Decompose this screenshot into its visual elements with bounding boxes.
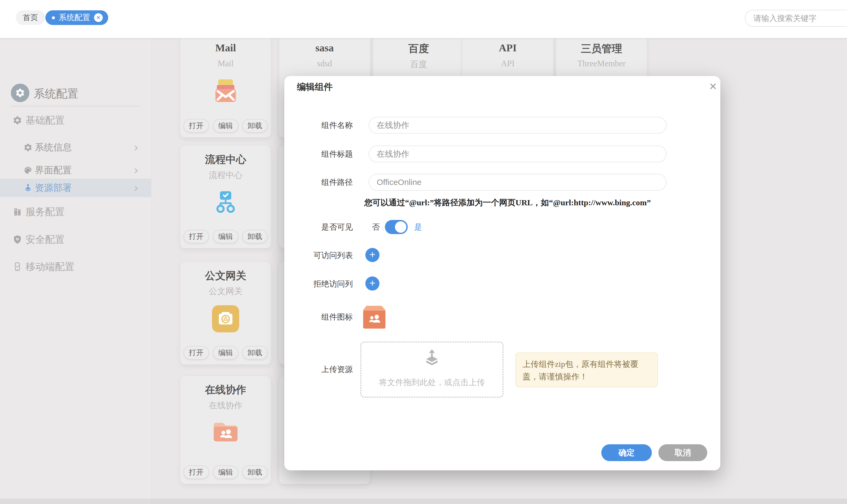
sidebar-item-security-config[interactable]: 安全配置 bbox=[0, 230, 151, 249]
confirm-button[interactable]: 确定 bbox=[601, 444, 652, 461]
close-tab-icon[interactable] bbox=[94, 13, 103, 22]
mobile-icon bbox=[13, 262, 22, 272]
shield-icon bbox=[13, 235, 22, 245]
search-input[interactable] bbox=[745, 10, 847, 26]
sidebar-item-basic-config[interactable]: 基础配置 bbox=[0, 111, 151, 129]
field-label-access-list: 可访问列表 bbox=[284, 250, 353, 261]
card-action-button[interactable]: 卸载 bbox=[242, 346, 268, 360]
divider bbox=[10, 106, 140, 106]
path-hint: 您可以通过“@url:”将路径添加为一个网页URL，如“@url:http://… bbox=[364, 197, 651, 208]
card-action-button[interactable]: 卸载 bbox=[242, 465, 268, 479]
sidebar-item-resource-deploy[interactable]: 资源部署 bbox=[0, 179, 151, 197]
card-subtitle: sdsd bbox=[279, 59, 370, 68]
toggle-off-label: 否 bbox=[372, 221, 380, 232]
folder-people-icon bbox=[360, 304, 388, 330]
system-config-logo bbox=[11, 84, 29, 102]
card-action-button[interactable]: 编辑 bbox=[213, 230, 238, 243]
card-title: 公文网关 bbox=[180, 269, 271, 283]
mail-icon bbox=[180, 78, 271, 105]
upload-warning: 上传组件zip包，原有组件将被覆盖，请谨慎操作！ bbox=[515, 353, 658, 387]
component-icon-preview[interactable] bbox=[360, 304, 388, 330]
card-action-button[interactable]: 打开 bbox=[184, 465, 209, 479]
component-title-input[interactable] bbox=[368, 146, 667, 162]
component-card: MailMail打开编辑卸载 bbox=[180, 35, 271, 138]
card-action-button[interactable]: 编辑 bbox=[213, 346, 238, 360]
card-title: 三员管理 bbox=[556, 42, 647, 56]
card-title: 流程中心 bbox=[180, 152, 271, 166]
component-card: 流程中心流程中心打开编辑卸载 bbox=[180, 145, 271, 249]
tab-home[interactable]: 首页 bbox=[16, 10, 45, 25]
sidebar: 系统配置 基础配置 系统信息 界面配置 资源部署 服务配置 安全配置 bbox=[0, 38, 151, 504]
card-action-button[interactable]: 编辑 bbox=[213, 119, 238, 132]
card-subtitle: Mail bbox=[180, 59, 271, 68]
card-action-button[interactable]: 打开 bbox=[184, 230, 209, 243]
component-path-input[interactable] bbox=[368, 174, 667, 191]
active-dot-icon bbox=[52, 16, 55, 19]
server-icon bbox=[13, 207, 22, 217]
card-title: sasa bbox=[279, 42, 370, 54]
field-label-name: 组件名称 bbox=[284, 120, 353, 131]
card-title: 在线协作 bbox=[180, 383, 271, 397]
gear-icon bbox=[23, 143, 33, 152]
dropzone-text: 将文件拖到此处，或点击上传 bbox=[361, 377, 503, 388]
component-card: 在线协作在线协作打开编辑卸载 bbox=[180, 376, 271, 484]
sidebar-title: 系统配置 bbox=[34, 86, 78, 101]
modal-title: 编辑组件 bbox=[297, 81, 333, 93]
card-title: Mail bbox=[180, 42, 271, 54]
sidebar-item-mobile-config[interactable]: 移动端配置 bbox=[0, 257, 151, 276]
cancel-button[interactable]: 取消 bbox=[658, 444, 707, 461]
card-subtitle: ThreeMember bbox=[556, 59, 647, 68]
gateway-icon bbox=[180, 305, 271, 332]
flow-icon bbox=[180, 189, 271, 216]
card-subtitle: 百度 bbox=[373, 59, 464, 70]
card-title: API bbox=[462, 42, 553, 54]
palette-icon bbox=[23, 166, 33, 175]
toggle-on-label: 是 bbox=[414, 221, 422, 232]
upload-icon bbox=[361, 348, 503, 368]
app-root: MailMail打开编辑卸载流程中心流程中心打开编辑卸载公文网关公文网关打开编辑… bbox=[0, 0, 847, 504]
card-subtitle: 在线协作 bbox=[180, 400, 271, 411]
card-action-button[interactable]: 打开 bbox=[184, 119, 209, 132]
card-title: 百度 bbox=[373, 42, 464, 56]
card-action-button[interactable]: 编辑 bbox=[213, 465, 238, 479]
field-label-title: 组件标题 bbox=[284, 148, 353, 159]
field-label-path: 组件路径 bbox=[284, 177, 353, 188]
sidebar-item-service-config[interactable]: 服务配置 bbox=[0, 202, 151, 221]
deploy-icon bbox=[23, 183, 33, 193]
field-label-deny-list: 拒绝访问列 bbox=[284, 278, 353, 289]
card-subtitle: 公文网关 bbox=[180, 286, 271, 297]
add-deny-button[interactable] bbox=[365, 276, 379, 291]
close-icon[interactable] bbox=[706, 80, 720, 93]
field-label-icon: 组件图标 bbox=[284, 311, 353, 322]
component-name-input[interactable] bbox=[368, 117, 667, 133]
bottom-edge bbox=[0, 499, 847, 504]
field-label-visible: 是否可见 bbox=[284, 221, 353, 232]
tab-system-config[interactable]: 系统配置 bbox=[46, 10, 108, 25]
card-action-button[interactable]: 打开 bbox=[184, 346, 209, 360]
gear-icon bbox=[15, 88, 25, 98]
component-card: 公文网关公文网关打开编辑卸载 bbox=[180, 262, 271, 365]
card-subtitle: API bbox=[462, 59, 553, 68]
chevron-right-icon bbox=[134, 179, 139, 197]
sidebar-item-system-info[interactable]: 系统信息 bbox=[0, 138, 151, 157]
chevron-right-icon bbox=[134, 161, 139, 180]
gear-icon bbox=[13, 115, 22, 125]
card-subtitle: 流程中心 bbox=[180, 169, 271, 181]
chevron-right-icon bbox=[134, 138, 139, 157]
visibility-toggle[interactable] bbox=[385, 220, 408, 234]
topbar: 首页 系统配置 bbox=[0, 0, 847, 38]
edit-component-modal: 编辑组件 组件名称 组件标题 组件路径 您可以通过“@url:”将路径添加为一个… bbox=[284, 76, 720, 470]
add-access-button[interactable] bbox=[365, 248, 379, 262]
field-label-upload: 上传资源 bbox=[284, 364, 353, 375]
upload-dropzone[interactable]: 将文件拖到此处，或点击上传 bbox=[360, 342, 503, 398]
card-action-button[interactable]: 卸载 bbox=[242, 230, 268, 243]
sidebar-item-ui-config[interactable]: 界面配置 bbox=[0, 161, 151, 180]
people-icon bbox=[180, 419, 271, 443]
card-action-button[interactable]: 卸载 bbox=[242, 119, 268, 132]
